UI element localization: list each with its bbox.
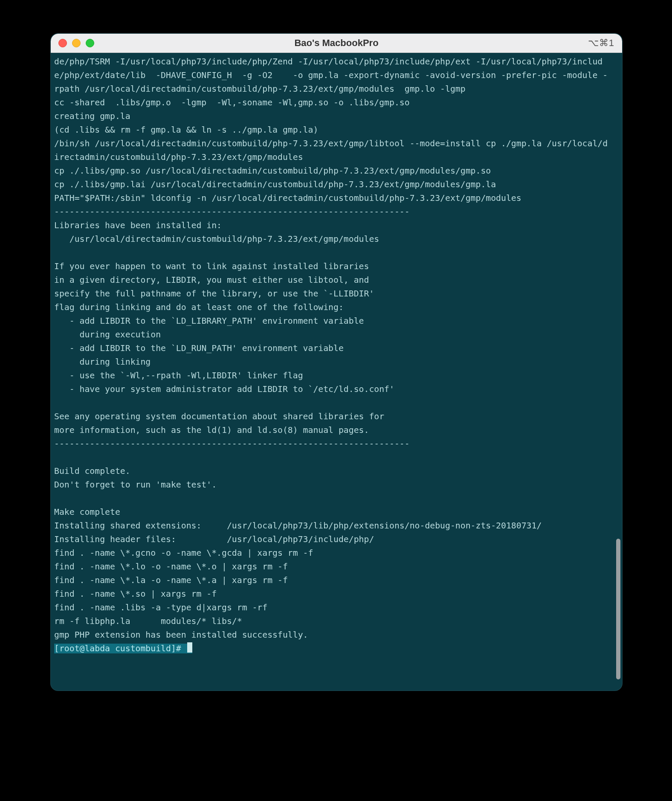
scrollbar-thumb[interactable] [616, 539, 620, 679]
terminal-window: Bao's MacbookPro ⌥⌘1 de/php/TSRM -I/usr/… [50, 33, 623, 691]
window-title: Bao's MacbookPro [51, 38, 622, 49]
cursor-icon [187, 642, 192, 653]
scrollbar-track[interactable] [614, 52, 622, 691]
shell-prompt[interactable]: [root@labda custombuild]# [54, 644, 192, 653]
zoom-icon[interactable] [86, 39, 94, 47]
window-controls [58, 39, 94, 47]
close-icon[interactable] [58, 39, 67, 47]
titlebar[interactable]: Bao's MacbookPro ⌥⌘1 [51, 34, 622, 53]
terminal-body: de/php/TSRM -I/usr/local/php73/include/p… [51, 52, 622, 691]
terminal-output: de/php/TSRM -I/usr/local/php73/include/p… [54, 55, 610, 656]
minimize-icon[interactable] [72, 39, 81, 47]
tab-indicator: ⌥⌘1 [588, 38, 614, 49]
terminal-viewport[interactable]: de/php/TSRM -I/usr/local/php73/include/p… [51, 52, 614, 691]
